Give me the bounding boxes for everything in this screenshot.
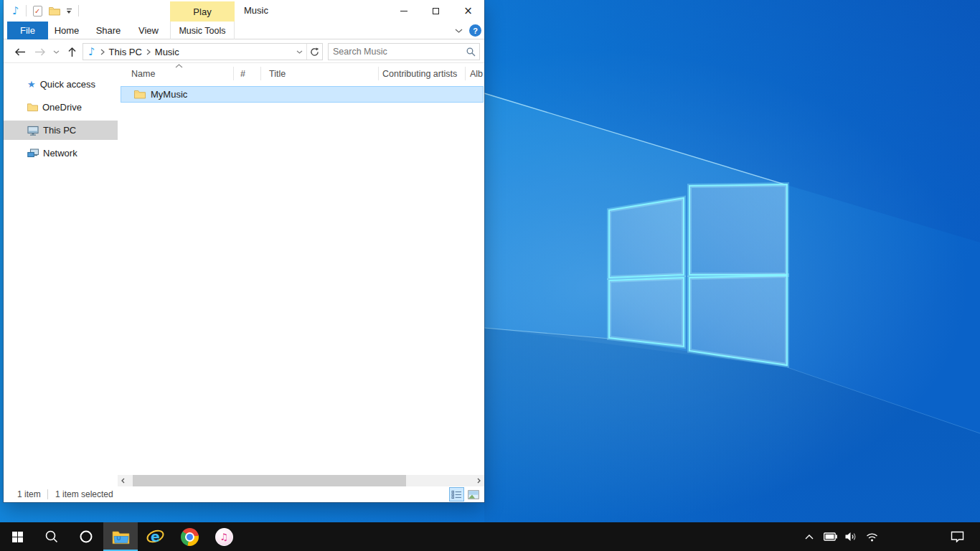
tab-view[interactable]: View	[130, 22, 167, 39]
scroll-left-button[interactable]	[118, 475, 128, 486]
up-button[interactable]	[65, 40, 78, 63]
tab-music-tools[interactable]: Music Tools	[170, 22, 235, 39]
minimize-button[interactable]	[387, 0, 420, 22]
column-header-title[interactable]: Title	[269, 63, 286, 84]
chevron-down-icon	[296, 50, 303, 54]
chrome-button[interactable]	[172, 522, 207, 551]
file-row-mymusic[interactable]: MyMusic	[121, 86, 484, 103]
title-bar: ♪ ✓ Play Music	[4, 0, 484, 22]
refresh-icon	[310, 47, 319, 57]
internet-explorer-button[interactable]: e	[138, 522, 172, 551]
breadcrumb-this-pc[interactable]: This PC	[105, 44, 146, 60]
windows-logo	[609, 184, 787, 365]
customize-quick-access-button[interactable]	[67, 2, 72, 19]
tab-share[interactable]: Share	[87, 22, 130, 39]
horizontal-scrollbar[interactable]	[118, 475, 484, 486]
search-icon	[45, 530, 58, 543]
forward-button[interactable]	[34, 40, 47, 63]
file-explorer-window: ♪ ✓ Play Music	[4, 0, 484, 502]
details-view-button[interactable]	[449, 487, 464, 501]
properties-button[interactable]: ✓	[33, 2, 42, 19]
action-center-icon	[951, 531, 964, 542]
forward-arrow-icon	[34, 48, 46, 56]
column-header-album[interactable]: Alb	[470, 63, 483, 84]
minimize-icon	[400, 11, 407, 11]
search-box	[328, 43, 480, 60]
quick-access-toolbar: ♪ ✓	[12, 0, 79, 22]
divider	[26, 5, 27, 17]
column-header-contributing-artists[interactable]: Contributing artists	[382, 63, 457, 84]
desktop: ♪ ✓ Play Music	[0, 0, 980, 551]
music-note-icon: ♪	[83, 47, 95, 57]
sidebar-item-this-pc[interactable]: This PC	[4, 121, 118, 140]
collapse-ribbon-button[interactable]	[452, 25, 465, 37]
column-headers: Name # Title Contributing artists Alb	[118, 63, 484, 84]
close-icon: ×	[463, 6, 473, 17]
maximize-icon	[433, 8, 439, 14]
search-input[interactable]	[329, 47, 462, 57]
breadcrumb-music[interactable]: Music	[151, 44, 184, 60]
battery-icon	[824, 532, 837, 541]
properties-check-icon: ✓	[33, 6, 42, 17]
details-view-icon	[451, 490, 462, 499]
thumbnail-view-button[interactable]	[466, 487, 481, 501]
file-name: MyMusic	[151, 89, 187, 100]
volume-control[interactable]	[843, 522, 859, 551]
wifi-icon	[866, 532, 878, 542]
scroll-right-button[interactable]	[473, 475, 484, 486]
sidebar-item-onedrive[interactable]: OneDrive	[4, 98, 118, 117]
new-folder-button[interactable]	[49, 2, 60, 19]
battery-status[interactable]	[822, 522, 838, 551]
address-dropdown-button[interactable]	[292, 44, 306, 60]
chevron-down-icon	[53, 50, 60, 54]
help-button[interactable]: ?	[469, 24, 481, 37]
hidden-icons-button[interactable]	[801, 522, 817, 551]
itunes-button[interactable]: ♫	[207, 522, 241, 551]
network-status[interactable]	[864, 522, 880, 551]
refresh-button[interactable]	[306, 44, 322, 60]
tab-home[interactable]: Home	[47, 22, 87, 39]
chrome-icon	[181, 528, 199, 546]
svg-text:e: e	[151, 529, 160, 545]
cortana-circle-icon	[79, 529, 93, 544]
address-bar[interactable]: ♪ This PC Music	[83, 43, 323, 60]
file-explorer-icon	[112, 529, 130, 545]
selection-count: 1 item selected	[55, 486, 113, 502]
sidebar-item-network[interactable]: Network	[4, 143, 118, 163]
taskbar-file-explorer-button[interactable]	[103, 522, 138, 551]
divider	[78, 5, 79, 17]
onedrive-folder-icon	[27, 103, 38, 112]
column-header-number[interactable]: #	[240, 63, 245, 84]
back-button[interactable]	[14, 40, 27, 63]
dropdown-arrow-icon	[67, 9, 72, 9]
column-header-name[interactable]: Name	[131, 63, 155, 84]
start-button[interactable]	[0, 522, 34, 551]
system-tray	[801, 522, 880, 551]
ribbon-tab-row: File Home Share View Music Tools ?	[4, 22, 484, 39]
chevron-left-icon	[121, 478, 125, 484]
maximize-button[interactable]	[420, 0, 452, 22]
cortana-button[interactable]	[69, 522, 103, 551]
network-icon	[27, 149, 39, 159]
tab-file[interactable]: File	[7, 22, 48, 39]
sidebar-item-quick-access[interactable]: ★ Quick access	[4, 75, 118, 94]
navigation-pane: ★ Quick access OneDrive T	[4, 63, 118, 475]
main-area: ★ Quick access OneDrive T	[4, 63, 484, 475]
taskbar-search-button[interactable]	[34, 522, 69, 551]
chevron-down-icon	[455, 29, 463, 33]
this-pc-monitor-icon	[27, 126, 39, 136]
chevron-up-icon	[805, 534, 814, 540]
item-count: 1 item	[17, 486, 41, 502]
speaker-icon	[845, 532, 857, 542]
recent-locations-button[interactable]	[51, 40, 61, 63]
taskbar: e ♫	[0, 522, 980, 551]
action-center-button[interactable]	[944, 522, 970, 551]
file-list: Name # Title Contributing artists Alb M	[118, 63, 484, 475]
internet-explorer-icon: e	[146, 527, 165, 547]
search-button[interactable]	[462, 47, 479, 57]
music-note-icon: ♪	[12, 6, 19, 17]
itunes-icon: ♫	[215, 528, 233, 546]
scrollbar-thumb[interactable]	[133, 475, 406, 486]
contextual-tab-play[interactable]: Play	[170, 1, 235, 22]
close-button[interactable]: ×	[452, 0, 484, 22]
